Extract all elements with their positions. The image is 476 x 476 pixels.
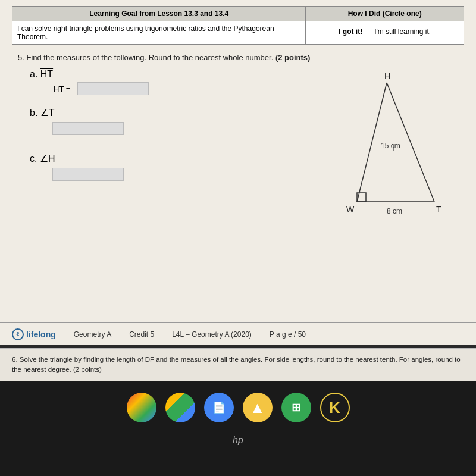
- option-got-it[interactable]: I got it!: [339, 27, 362, 36]
- question-header: 5. Find the measures of the following. R…: [18, 53, 458, 62]
- footer-page: P a g e / 50: [270, 330, 306, 339]
- lifelong-logo: ℓ lifelong: [12, 328, 56, 340]
- vertex-t-label: T: [436, 205, 441, 214]
- part-a-label: a. HT: [30, 69, 53, 79]
- hp-logo: hp: [226, 434, 250, 449]
- svg-text:hp: hp: [233, 435, 243, 445]
- k-app-icon[interactable]: K: [320, 393, 350, 422]
- part-b-label: b. ∠T: [30, 108, 55, 118]
- triangle-app-icon[interactable]: ▲: [243, 393, 273, 422]
- taskbar-icons: ▲ 📄 ▲ ⊞ K: [127, 393, 350, 422]
- vertex-h-label: H: [384, 71, 390, 81]
- taskbar: ▲ 📄 ▲ ⊞ K hp: [0, 381, 476, 476]
- question6-text: 6. Solve the triangle by finding the len…: [12, 355, 464, 375]
- question-points: (2 points): [275, 53, 311, 62]
- ht-eq-label: HT =: [54, 84, 70, 93]
- footer-credit: Credit 5: [129, 330, 154, 339]
- table-goal-text: I can solve right triangle problems usin…: [12, 21, 306, 45]
- table-how-did-cell: I got it! I'm still learning it.: [306, 21, 464, 45]
- footer-bar: ℓ lifelong Geometry A Credit 5 L4L – Geo…: [0, 322, 476, 345]
- part-b-answer-box[interactable]: [52, 122, 124, 135]
- lifelong-icon: ℓ: [12, 328, 24, 340]
- drive-icon[interactable]: ▲: [165, 393, 195, 422]
- learning-table: Learning Goal from Lesson 13.3 and 13.4 …: [12, 6, 464, 45]
- cursor-symbol: I: [393, 143, 395, 153]
- side-hw-label: 15 cm: [381, 142, 400, 150]
- docs-icon[interactable]: 📄: [204, 393, 234, 422]
- vertex-w-label: W: [346, 205, 355, 214]
- footer-geometry: Geometry A: [74, 330, 111, 339]
- triangle-diagram: H W T 15 cm 8 cm I: [309, 71, 446, 228]
- sheets-icon[interactable]: ⊞: [281, 393, 311, 422]
- chrome-icon[interactable]: [127, 393, 156, 422]
- part-c-answer-box[interactable]: [52, 168, 124, 181]
- question-number-text: 5. Find the measures of the following. R…: [18, 53, 273, 62]
- option-still-learning[interactable]: I'm still learning it.: [374, 27, 431, 36]
- triangle-svg: H W T 15 cm 8 cm I: [309, 71, 446, 226]
- table-header-how: How I Did (Circle one): [306, 7, 464, 21]
- hp-svg: hp: [226, 434, 250, 446]
- part-c-angle: ∠H: [40, 154, 55, 164]
- part-a-segment: HT: [40, 69, 53, 79]
- paper-area: Learning Goal from Lesson 13.3 and 13.4 …: [0, 0, 476, 345]
- ht-answer-box[interactable]: [77, 82, 149, 95]
- side-wt-label: 8 cm: [387, 207, 402, 215]
- logo-text: lifelong: [26, 330, 56, 339]
- table-header-goal: Learning Goal from Lesson 13.3 and 13.4: [12, 7, 306, 21]
- next-question-area: 6. Solve the triangle by finding the len…: [0, 348, 476, 381]
- part-b-angle: ∠T: [40, 108, 55, 118]
- footer-course: L4L – Geometry A (2020): [172, 330, 252, 339]
- part-c-label: c. ∠H: [30, 154, 55, 164]
- question-area: 5. Find the measures of the following. R…: [12, 53, 464, 339]
